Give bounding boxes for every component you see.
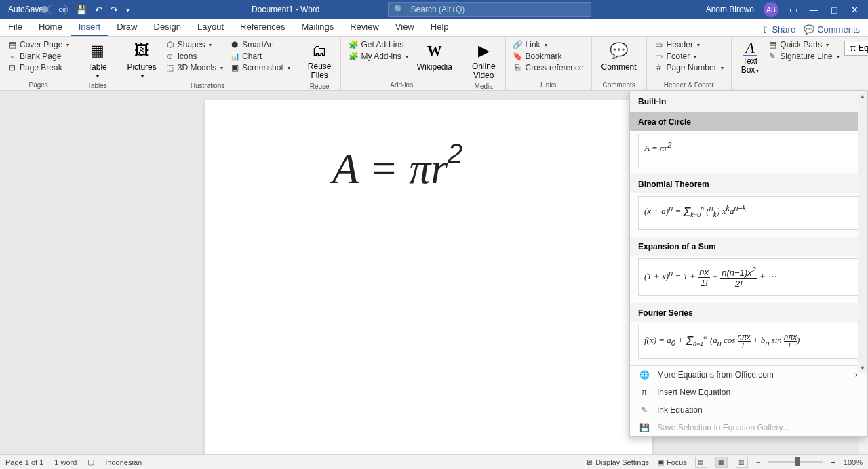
eq-panel-footer: 🌐 More Equations from Office.com › π Ins… [630,365,867,436]
page-count[interactable]: Page 1 of 1 [5,458,43,466]
eq-scroll-up-icon[interactable]: ▲ [858,91,867,101]
ribbon-options-icon[interactable]: ▭ [788,4,799,15]
get-addins-button[interactable]: 🧩Get Add-ins [347,39,410,50]
reuse-icon: 🗂 [309,41,330,61]
focus-mode[interactable]: ▣Focus [657,457,687,466]
tab-insert[interactable]: Insert [71,19,109,36]
ink-equation-button[interactable]: ✎ Ink Equation [630,401,867,419]
save-to-gallery-button: 💾 Save Selection to Equation Gallery... [630,419,867,436]
eq-preview-fourier[interactable]: f(x) = a0 + Σn=1∞ (an cos nπxL + bn sin … [638,325,859,359]
print-layout-button[interactable]: ▦ [715,457,728,468]
display-settings[interactable]: 🖥Display Settings [585,458,649,466]
crossref-button[interactable]: ⎘Cross-reference [511,62,586,73]
eq-section-fourier[interactable]: Fourier Series [630,303,867,322]
screenshot-button[interactable]: ▣Screenshot▾ [228,62,292,73]
comments-icon: 💬 [804,24,814,35]
read-mode-button[interactable]: ▤ [695,457,707,468]
eq-section-binomial[interactable]: Binomial Theorem [630,174,867,193]
my-addins-button[interactable]: 🧩My Add-ins▾ [347,51,410,62]
tab-design[interactable]: Design [146,19,189,36]
eq-section-area-circle[interactable]: Area of Circle [630,112,867,131]
bookmark-button[interactable]: 🔖Bookmark [511,51,586,62]
language-status[interactable]: Indonesian [105,458,142,466]
shapes-button[interactable]: ⬡Shapes▾ [163,39,225,50]
shapes-icon: ⬡ [165,40,175,49]
smartart-button[interactable]: ⬢SmartArt [228,39,292,50]
maximize-icon[interactable]: ◻ [829,4,840,15]
tab-mailings[interactable]: Mailings [294,19,342,36]
save-gallery-icon: 💾 [639,423,649,432]
user-name[interactable]: Anom Birowo [706,5,754,14]
tab-help[interactable]: Help [422,19,457,36]
3d-icon: ⬚ [165,63,175,73]
zoom-in-button[interactable]: + [831,458,835,466]
icons-button[interactable]: ☺Icons [163,51,225,62]
textbox-icon: A [743,41,757,56]
save-icon[interactable]: 💾 [76,5,87,15]
pictures-icon: 🖼 [132,41,152,61]
equation-button[interactable]: πEquation▾ [844,41,868,56]
tab-file[interactable]: File [0,19,31,36]
undo-icon[interactable]: ↶ [95,5,102,15]
more-equations-button[interactable]: 🌐 More Equations from Office.com › [630,366,867,384]
document-page[interactable]: A = πr2 [205,100,652,454]
chart-icon: 📊 [230,52,239,61]
table-button[interactable]: ▦ Table▾ [83,39,111,81]
ink-icon: ✎ [639,405,649,415]
tab-layout[interactable]: Layout [189,19,232,36]
blank-page-button[interactable]: ▫Blank Page [5,51,71,62]
eq-scroll-down-icon[interactable]: ▼ [858,363,867,373]
redo-icon[interactable]: ↷ [111,5,118,15]
web-layout-button[interactable]: ▥ [736,457,748,468]
pagenum-button[interactable]: #Page Number▾ [652,62,726,73]
eq-preview-binomial[interactable]: (x + a)n = Σk=0n (nk) xkan−k [638,196,859,230]
group-comments: 💬 Comment Comments [592,37,647,90]
share-button[interactable]: ⇧Share [762,24,795,35]
customize-qat-icon[interactable]: ▾ [126,6,130,14]
autosave-off-indicator: Off [47,5,68,14]
eq-panel-scrollbar[interactable]: ▲ ▼ [858,91,867,373]
zoom-slider[interactable] [768,461,823,463]
tab-review[interactable]: Review [342,19,387,36]
chart-button[interactable]: 📊Chart [228,51,292,62]
comments-button[interactable]: 💬Comments [804,24,860,35]
document-title: Document1 - Word [252,5,319,14]
eq-preview-area-circle[interactable]: A = πr2 [638,134,859,167]
signature-button[interactable]: ✎Signature Line▾ [766,51,841,62]
3dmodels-button[interactable]: ⬚3D Models▾ [163,62,225,73]
link-button[interactable]: 🔗Link▾ [511,39,586,50]
pictures-button[interactable]: 🖼 Pictures▾ [123,39,160,81]
footer-button[interactable]: ▭Footer▾ [652,51,726,62]
cover-page-button[interactable]: ▤Cover Page▾ [5,39,71,50]
reuse-files-button[interactable]: 🗂 ReuseFiles [304,39,336,81]
eq-preview-expansion[interactable]: (1 + x)n = 1 + nx1! + n(n−1)x22! + ⋯ [638,258,859,296]
user-avatar[interactable]: AB [764,2,778,17]
autosave-toggle[interactable]: AutoSave Off [8,5,68,14]
search-input[interactable]: 🔍 Search (Alt+Q) [388,2,591,17]
table-icon: ▦ [87,41,107,61]
header-button[interactable]: ▭Header▾ [652,39,726,50]
insert-new-equation-button[interactable]: π Insert New Equation [630,384,867,401]
minimize-icon[interactable]: — [808,4,819,15]
quickparts-icon: ▤ [768,40,777,49]
group-tables: ▦ Table▾ Tables [77,37,117,90]
close-icon[interactable]: ✕ [849,4,860,15]
eq-section-expansion[interactable]: Expansion of a Sum [630,237,867,256]
wikipedia-button[interactable]: W Wikipedia [413,39,456,73]
textbox-button[interactable]: A TextBox▾ [737,39,764,76]
proofing-icon[interactable]: ▢ [87,457,94,466]
online-video-button[interactable]: ▶ OnlineVideo [468,39,500,81]
group-headerfooter: ▭Header▾ ▭Footer▾ #Page Number▾ Header &… [647,37,732,90]
equation-in-document[interactable]: A = πr2 [332,138,462,194]
zoom-out-button[interactable]: − [756,458,760,466]
zoom-level[interactable]: 100% [844,458,863,466]
tab-draw[interactable]: Draw [108,19,145,36]
tab-references[interactable]: References [232,19,293,36]
group-addins: 🧩Get Add-ins 🧩My Add-ins▾ W Wikipedia Ad… [341,37,462,90]
tab-home[interactable]: Home [31,19,71,36]
quickparts-button[interactable]: ▤Quick Parts▾ [766,39,841,50]
page-break-button[interactable]: ⊟Page Break [5,62,71,73]
tab-view[interactable]: View [387,19,422,36]
comment-button[interactable]: 💬 Comment [597,39,641,73]
word-count[interactable]: 1 word [54,458,77,466]
